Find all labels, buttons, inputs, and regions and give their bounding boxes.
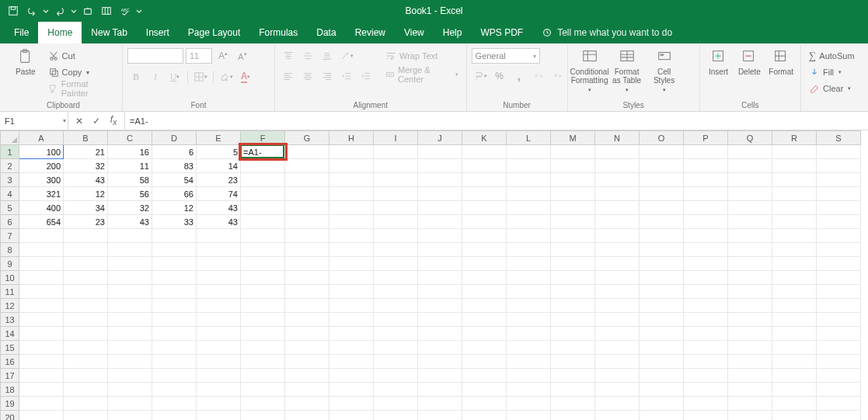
cell-I18[interactable]	[374, 383, 418, 397]
cell-M1[interactable]	[551, 145, 595, 159]
copy-button[interactable]: Copy▾	[45, 64, 117, 80]
cell-styles-button[interactable]: Cell Styles▾	[647, 48, 682, 93]
cell-A3[interactable]: 300	[19, 173, 64, 187]
cell-E20[interactable]	[197, 411, 241, 421]
align-middle-icon[interactable]	[299, 48, 316, 64]
cell-D14[interactable]	[152, 327, 197, 341]
cell-P3[interactable]	[684, 173, 728, 187]
cell-B7[interactable]	[64, 229, 108, 243]
row-header-13[interactable]: 13	[1, 313, 19, 327]
cell-K7[interactable]	[462, 229, 507, 243]
cell-C3[interactable]: 58	[108, 173, 152, 187]
cell-L11[interactable]	[507, 285, 551, 299]
cell-Q3[interactable]	[728, 173, 772, 187]
customize-qat-icon[interactable]	[135, 2, 143, 19]
paste-button[interactable]: Paste	[9, 48, 42, 76]
cell-M4[interactable]	[551, 187, 595, 201]
row-header-18[interactable]: 18	[1, 383, 19, 397]
cell-B19[interactable]	[64, 397, 108, 411]
cell-H11[interactable]	[329, 285, 374, 299]
cell-L13[interactable]	[507, 313, 551, 327]
fill-button[interactable]: Fill▾	[806, 64, 845, 80]
tab-home[interactable]: Home	[38, 22, 82, 43]
cell-A1[interactable]: 100	[19, 145, 64, 159]
insert-cells-button[interactable]: Insert	[705, 48, 733, 76]
sheet-cols-icon[interactable]	[98, 2, 115, 19]
cell-B17[interactable]	[64, 369, 108, 383]
cell-J6[interactable]	[418, 215, 462, 229]
cell-K16[interactable]	[462, 355, 507, 369]
cell-S12[interactable]	[817, 299, 861, 313]
cell-D18[interactable]	[152, 383, 197, 397]
cell-M7[interactable]	[551, 229, 595, 243]
cell-J15[interactable]	[418, 341, 462, 355]
cell-G18[interactable]	[285, 383, 329, 397]
cell-G11[interactable]	[285, 285, 329, 299]
cell-I13[interactable]	[374, 313, 418, 327]
cell-G17[interactable]	[285, 369, 329, 383]
cell-M10[interactable]	[551, 271, 595, 285]
cell-I19[interactable]	[374, 397, 418, 411]
cell-O19[interactable]	[640, 397, 684, 411]
cell-B14[interactable]	[64, 327, 108, 341]
row-header-1[interactable]: 1	[1, 145, 19, 159]
cell-A9[interactable]	[19, 257, 64, 271]
cell-N12[interactable]	[595, 299, 640, 313]
cell-C5[interactable]: 32	[108, 201, 152, 215]
cell-L20[interactable]	[507, 411, 551, 421]
cell-F20[interactable]	[241, 411, 285, 421]
cell-B20[interactable]	[64, 411, 108, 421]
cell-N17[interactable]	[595, 369, 640, 383]
cell-C17[interactable]	[108, 369, 152, 383]
cell-L3[interactable]	[507, 173, 551, 187]
col-header-I[interactable]: I	[374, 131, 418, 145]
cell-H19[interactable]	[329, 397, 374, 411]
cell-F3[interactable]	[241, 173, 285, 187]
borders-button[interactable]: ▾	[192, 69, 209, 85]
cell-H8[interactable]	[329, 243, 374, 257]
col-header-K[interactable]: K	[462, 131, 507, 145]
cell-I2[interactable]	[374, 159, 418, 173]
cell-P2[interactable]	[684, 159, 728, 173]
cell-I12[interactable]	[374, 299, 418, 313]
cell-F6[interactable]	[241, 215, 285, 229]
cut-button[interactable]: Cut	[45, 48, 117, 64]
accounting-format-icon[interactable]: ▾	[472, 68, 489, 84]
cell-I9[interactable]	[374, 257, 418, 271]
cell-C9[interactable]	[108, 257, 152, 271]
row-header-14[interactable]: 14	[1, 327, 19, 341]
cell-N7[interactable]	[595, 229, 640, 243]
align-center-icon[interactable]	[299, 68, 316, 84]
number-format-dropdown[interactable]: General▾	[472, 48, 540, 64]
cell-D12[interactable]	[152, 299, 197, 313]
cell-A11[interactable]	[19, 285, 64, 299]
cell-C4[interactable]: 56	[108, 187, 152, 201]
cell-F16[interactable]	[241, 355, 285, 369]
cell-F8[interactable]	[241, 243, 285, 257]
cell-O16[interactable]	[640, 355, 684, 369]
cell-B16[interactable]	[64, 355, 108, 369]
cell-E19[interactable]	[197, 397, 241, 411]
cell-R2[interactable]	[772, 159, 817, 173]
cell-I4[interactable]	[374, 187, 418, 201]
cell-H2[interactable]	[329, 159, 374, 173]
col-header-C[interactable]: C	[108, 131, 152, 145]
row-header-15[interactable]: 15	[1, 341, 19, 355]
cell-L7[interactable]	[507, 229, 551, 243]
cell-H20[interactable]	[329, 411, 374, 421]
cell-M20[interactable]	[551, 411, 595, 421]
cell-I14[interactable]	[374, 327, 418, 341]
cell-R10[interactable]	[772, 271, 817, 285]
cell-Q9[interactable]	[728, 257, 772, 271]
cell-N9[interactable]	[595, 257, 640, 271]
cell-O8[interactable]	[640, 243, 684, 257]
cell-S17[interactable]	[817, 369, 861, 383]
insert-function-icon[interactable]: fx	[106, 114, 121, 127]
cell-K4[interactable]	[462, 187, 507, 201]
cell-S20[interactable]	[817, 411, 861, 421]
merge-center-button[interactable]: Merge & Center▾	[382, 67, 462, 82]
cell-A10[interactable]	[19, 271, 64, 285]
cell-D3[interactable]: 54	[152, 173, 197, 187]
cell-J10[interactable]	[418, 271, 462, 285]
redo-icon[interactable]	[51, 2, 68, 19]
